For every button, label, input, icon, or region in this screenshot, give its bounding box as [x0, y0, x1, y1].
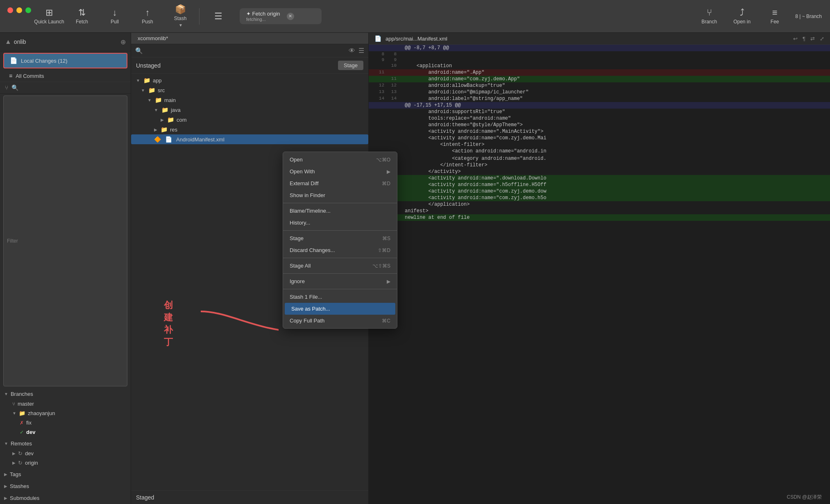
ctx-external-diff-shortcut: ⌘D [382, 181, 390, 186]
diff-line-13: 13 13 android:icon="@mipmap/ic_launcher" [369, 89, 830, 95]
list-icon[interactable]: ☰ [358, 47, 364, 54]
branch-icon: ⑂ [707, 8, 712, 17]
branches-chevron-icon: ▼ [4, 392, 8, 396]
pull-button[interactable]: ↓ Pull [98, 2, 131, 31]
diff-line-end-activity: </activity> [369, 168, 830, 175]
file-panel-toolbar: 🔍 👁 ☰ [131, 44, 368, 57]
folder-res[interactable]: ▶ 📁 res [131, 125, 368, 134]
diff-options-icon[interactable]: ⇄ [810, 36, 815, 42]
log-button[interactable]: ☰ [202, 2, 235, 31]
folder-main-icon: 📁 [155, 97, 162, 103]
ctx-ignore-arrow-icon: ▶ [387, 279, 390, 284]
ctx-history[interactable]: History... [283, 217, 397, 229]
folder-src-arrow-icon: ▼ [141, 88, 145, 93]
ctx-open-label: Open [290, 157, 303, 163]
eye-icon[interactable]: 👁 [349, 47, 355, 54]
feed-label: Fee [771, 19, 779, 25]
ctx-external-diff[interactable]: External Diff ⌘D [283, 177, 397, 189]
toolbar-separator-1 [199, 8, 200, 25]
unstaged-header: Unstaged Stage [131, 57, 368, 74]
ctx-stage-label: Stage [290, 235, 304, 241]
tags-chevron-icon: ▶ [4, 472, 7, 477]
feed-icon: ≡ [772, 8, 778, 17]
commit-list: 📄 Local Changes (12) ≡ All Commits [0, 51, 131, 82]
ctx-blame-timeline[interactable]: Blame/Timeline... [283, 205, 397, 217]
quick-launch-button[interactable]: ⊞ Quick Launch [33, 2, 66, 31]
zhaoyanjun-folder-item[interactable]: ▼ 📁 zhaoyanjun [0, 409, 131, 418]
file-androidmanifest[interactable]: 🔶 📄 AndroidManifest.xml [131, 134, 368, 144]
quick-launch-label: Quick Launch [34, 19, 64, 25]
diff-hunk-content: @@ -8,7 +8,7 @@ [401, 45, 830, 51]
folder-com-arrow-icon: ▶ [161, 118, 164, 122]
all-commits-item[interactable]: ≡ All Commits [0, 70, 131, 82]
dev-remote-item[interactable]: ▶ ↻ dev [0, 449, 131, 458]
minimize-button[interactable] [16, 7, 22, 13]
ctx-copy-full-path[interactable]: Copy Full Path ⌘C [283, 315, 397, 327]
diff-line-del-11: 11 android:name=".App" [369, 69, 830, 76]
ctx-open[interactable]: Open ⌥⌘O [283, 154, 397, 166]
log-icon: ☰ [214, 12, 222, 21]
diff-line-com-mai: <activity android:name="com.zyj.demo.Mai [369, 135, 830, 141]
folder-src[interactable]: ▼ 📁 src [131, 85, 368, 95]
dev-remote-label: dev [25, 450, 34, 456]
ctx-ignore[interactable]: Ignore ▶ [283, 275, 397, 287]
dev-branch-item[interactable]: ✓ dev [0, 427, 131, 437]
branch-button[interactable]: ⑂ Branch [693, 2, 726, 31]
zhaoyanjun-chevron-icon: ▼ [12, 411, 16, 415]
folder-app[interactable]: ▼ 📁 app [131, 75, 368, 85]
folder-app-arrow-icon: ▼ [136, 78, 140, 83]
open-in-button[interactable]: ⤴ Open in [726, 2, 758, 31]
ctx-stash-file[interactable]: Stash 1 File... [283, 291, 397, 303]
diff-settings-icon[interactable]: ¶ [803, 36, 805, 42]
folder-com[interactable]: ▶ 📁 com [131, 115, 368, 125]
ctx-open-with[interactable]: Open With ▶ [283, 166, 397, 177]
origin-remote-item[interactable]: ▶ ↻ origin [0, 458, 131, 468]
tags-header[interactable]: ▶ Tags [0, 469, 131, 479]
diff-expand-icon[interactable]: ⤢ [820, 36, 824, 42]
diff-line-8: 8 8 [369, 51, 830, 57]
fetch-button[interactable]: ⇅ Fetch [66, 2, 98, 31]
ctx-copy-full-path-shortcut: ⌘C [382, 318, 390, 324]
remotes-header[interactable]: ▼ Remotes [0, 438, 131, 449]
ctx-save-as-patch[interactable]: Save as Patch... [285, 303, 395, 315]
file-search-icon[interactable]: 🔍 [135, 47, 143, 54]
fix-branch-item[interactable]: ✗ fix [0, 418, 131, 427]
master-branch-item[interactable]: ⑂ master [0, 399, 131, 409]
traffic-lights [7, 7, 31, 13]
filter-input[interactable] [3, 95, 127, 386]
ctx-ignore-label: Ignore [290, 278, 305, 284]
submodules-header[interactable]: ▶ Submodules [0, 493, 131, 503]
submodules-section: ▶ Submodules [0, 492, 131, 504]
local-changes-item[interactable]: 📄 Local Changes (12) [3, 53, 127, 68]
ctx-discard-changes[interactable]: Discard Changes... ⇧⌘D [283, 244, 397, 256]
quick-launch-icon: ⊞ [45, 8, 53, 17]
stash-button[interactable]: 📦 Stash ▼ [164, 2, 197, 31]
folder-java[interactable]: ▼ 📁 java [131, 105, 368, 115]
search-icon[interactable]: 🔍 [11, 84, 18, 91]
ctx-stage-all[interactable]: Stage All ⌥⇧⌘S [283, 260, 397, 272]
feed-button[interactable]: ≡ Fee [758, 2, 791, 31]
staged-label: Staged [136, 494, 363, 501]
branch-badge: 8 | ~ Branch [795, 14, 822, 19]
stashes-header[interactable]: ▶ Stashes [0, 481, 131, 491]
stash-dropdown-arrow: ▼ [179, 23, 183, 27]
branches-header[interactable]: ▼ Branches [0, 389, 131, 399]
maximize-button[interactable] [25, 7, 31, 13]
push-button[interactable]: ↑ Push [131, 2, 164, 31]
fetch-close-button[interactable]: ✕ [287, 13, 294, 20]
ctx-show-in-finder[interactable]: Show in Finder [283, 189, 397, 201]
close-button[interactable] [7, 7, 13, 13]
unstaged-label: Unstaged [136, 62, 338, 69]
diff-wrap-icon[interactable]: ↩ [793, 36, 798, 42]
diff-line-intent: <intent-filter> [369, 141, 830, 148]
stage-button[interactable]: Stage [338, 61, 363, 70]
pull-label: Pull [111, 19, 119, 25]
branch-filter-icon[interactable]: ⑂ [5, 84, 8, 91]
master-branch-label: master [18, 401, 34, 407]
folder-main[interactable]: ▼ 📁 main [131, 95, 368, 105]
ctx-stage-all-label: Stage All [290, 263, 311, 269]
zhaoyanjun-label: zhaoyanjun [28, 410, 55, 416]
ctx-stage[interactable]: Stage ⌘S [283, 232, 397, 244]
repo-settings-icon[interactable]: ⊕ [120, 38, 126, 46]
diff-line-download: <activity android:name=".download.Downlo [369, 175, 830, 182]
